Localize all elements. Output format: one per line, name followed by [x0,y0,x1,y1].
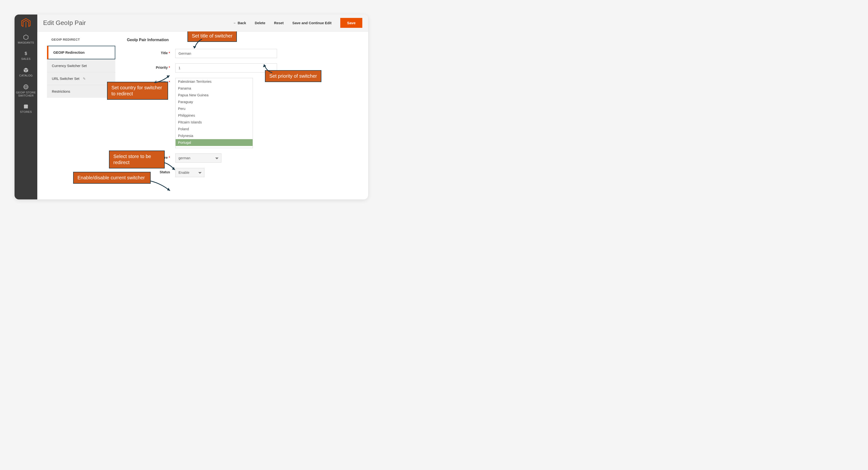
row-title: Title* [127,49,359,58]
country-option[interactable]: Polynesia [176,132,253,139]
sidebar-label: SALES [21,57,31,60]
label-status: Status [127,168,175,174]
status-select[interactable]: Enable [175,168,205,177]
label-country: Country* [127,78,175,84]
country-option[interactable]: Papua New Guinea [176,92,253,99]
country-option[interactable]: Poland [176,126,253,132]
magento-icon [21,18,31,28]
country-multiselect[interactable]: Palestinian TerritoriesPanamaPapua New G… [175,78,253,148]
required-mark: * [169,80,170,84]
sidebar-item-sales[interactable]: $ SALES [14,48,37,64]
store-select[interactable]: german [175,154,221,163]
sidebar-label: GEOIP STORE SWITCHER [16,91,36,97]
country-option[interactable]: Peru [176,105,253,112]
save-continue-button[interactable]: Save and Continue Edit [288,19,336,27]
priority-input[interactable] [175,63,277,73]
row-store: Store* german [127,154,359,163]
tab-currency-switcher[interactable]: Currency Switcher Set [47,59,115,72]
tab-geoip-redirection[interactable]: GEOIP Redirection [47,46,115,59]
dollar-icon: $ [24,51,28,56]
country-option[interactable]: Philippines [176,112,253,119]
label-priority: Priority* [127,63,175,69]
arrow-status [150,180,172,192]
svg-rect-11 [24,106,28,108]
svg-marker-16 [167,188,170,191]
hexagon-icon [23,34,29,40]
row-priority: Priority* [127,63,359,73]
section-title: GeoIp Pair Information [127,38,359,42]
required-mark: * [169,66,170,69]
tabs-heading: GEOIP REDIRECT [47,38,115,46]
store-icon [23,104,29,109]
sidebar-label: STORES [20,110,32,113]
label-text: Store [159,156,168,160]
reset-button[interactable]: Reset [270,19,288,27]
tab-label: URL Switcher Set [52,77,80,80]
form-area: GeoIp Pair Information Title* Priority* [127,38,359,177]
tabs-panel: GEOIP REDIRECT GEOIP Redirection Currenc… [47,38,115,98]
pencil-icon: ✎ [83,77,86,80]
tab-label: Currency Switcher Set [52,64,87,68]
magento-logo [14,14,37,31]
label-text: Priority [156,66,168,69]
sidebar-label: MAGEANTS [18,41,34,44]
content: GEOIP REDIRECT GEOIP Redirection Currenc… [37,31,368,199]
globe-icon [23,84,29,90]
svg-text:$: $ [25,51,27,56]
page-header: Edit GeoIp Pair Back Delete Reset Save a… [37,14,368,31]
required-mark: * [169,51,170,55]
back-button[interactable]: Back [229,19,250,27]
sidebar-label: CATALOG [19,74,32,77]
label-text: Title [161,51,168,55]
required-mark: * [169,156,170,160]
sidebar-item-mageants[interactable]: MAGEANTS [14,31,37,48]
tab-url-switcher[interactable]: URL Switcher Set ✎ [47,72,115,85]
label-title: Title* [127,49,175,55]
tab-restrictions[interactable]: Restrictions [47,85,115,98]
country-option[interactable]: Portugal [176,139,253,146]
label-store: Store* [127,154,175,160]
delete-button[interactable]: Delete [250,19,270,27]
save-button[interactable]: Save [340,18,362,28]
label-text: Status [160,170,170,174]
sidebar-item-stores[interactable]: STORES [14,101,37,118]
page-title: Edit GeoIp Pair [43,19,86,27]
title-input[interactable] [175,49,277,58]
svg-marker-2 [24,35,28,40]
tab-label: GEOIP Redirection [53,51,85,55]
admin-sidebar: MAGEANTS $ SALES CATALOG GEOIP STORE SWI… [14,14,37,199]
row-status: Status Enable [127,168,359,177]
country-option[interactable]: Paraguay [176,99,253,105]
country-option[interactable]: Pitcairn Islands [176,119,253,126]
row-country: Country* Palestinian TerritoriesPanamaPa… [127,78,359,148]
tab-label: Restrictions [52,90,70,93]
sidebar-item-catalog[interactable]: CATALOG [14,64,37,81]
country-option[interactable]: Palestinian Territories [176,78,253,85]
app-frame: MAGEANTS $ SALES CATALOG GEOIP STORE SWI… [14,14,368,199]
box-icon [23,67,29,73]
label-text: Country [155,80,168,84]
main-area: Edit GeoIp Pair Back Delete Reset Save a… [37,14,368,199]
country-option[interactable]: Panama [176,85,253,92]
sidebar-item-geoip[interactable]: GEOIP STORE SWITCHER [14,81,37,101]
